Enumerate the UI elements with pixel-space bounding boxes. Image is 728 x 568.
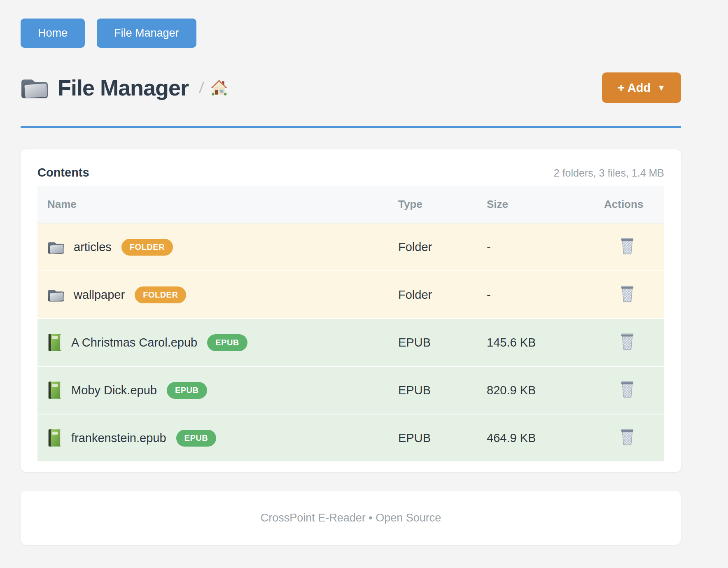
type-badge: FOLDER (135, 286, 186, 303)
type-badge: FOLDER (121, 239, 173, 256)
column-header-actions: Actions (594, 186, 664, 223)
top-nav: Home File Manager (21, 19, 681, 48)
page: Home File Manager File Manager / + Add (21, 0, 681, 545)
contents-table: Name Type Size Actions articles FOLDER F… (37, 186, 664, 461)
type-cell: Folder (388, 223, 477, 271)
file-name[interactable]: Moby Dick.epub (71, 384, 157, 397)
panel-head: Contents 2 folders, 3 files, 1.4 MB (37, 166, 664, 179)
size-cell: - (477, 271, 594, 319)
size-cell: - (477, 223, 594, 271)
caret-down-icon: ▼ (657, 83, 665, 93)
size-cell: 464.9 KB (477, 414, 594, 461)
folder-icon (47, 288, 65, 302)
type-badge: EPUB (207, 334, 247, 351)
type-cell: EPUB (388, 414, 477, 461)
trash-icon (620, 285, 635, 303)
folder-icon (47, 240, 65, 254)
type-cell: EPUB (388, 366, 477, 414)
panel-title: Contents (37, 166, 89, 179)
house-icon (210, 79, 228, 96)
column-header-name: Name (37, 186, 388, 223)
footer: CrossPoint E-Reader • Open Source (21, 491, 681, 545)
panel-summary: 2 folders, 3 files, 1.4 MB (554, 167, 664, 179)
title-group: File Manager / (21, 75, 228, 100)
trash-icon (620, 428, 635, 447)
type-badge: EPUB (176, 430, 217, 447)
actions-cell (594, 223, 664, 271)
delete-button[interactable] (604, 428, 635, 447)
trash-icon (620, 380, 635, 399)
size-cell: 820.9 KB (477, 366, 594, 414)
type-cell: EPUB (388, 319, 477, 366)
add-button[interactable]: + Add ▼ (602, 72, 681, 103)
file-name[interactable]: wallpaper (74, 288, 125, 302)
breadcrumb-separator: / (198, 79, 205, 97)
table-row: Moby Dick.epub EPUB EPUB 820.9 KB (37, 366, 664, 414)
table-row: wallpaper FOLDER Folder - (37, 271, 664, 319)
title-divider (21, 126, 681, 128)
trash-icon (620, 333, 635, 351)
actions-cell (594, 366, 664, 414)
footer-text: CrossPoint E-Reader • Open Source (261, 512, 441, 524)
delete-button[interactable] (604, 333, 635, 351)
folder-icon (21, 76, 49, 99)
page-title: File Manager (58, 75, 189, 100)
type-cell: Folder (388, 271, 477, 319)
file-name[interactable]: frankenstein.epub (71, 431, 166, 445)
contents-card: Contents 2 folders, 3 files, 1.4 MB Name… (21, 149, 681, 472)
page-header: File Manager / + Add ▼ (21, 72, 681, 103)
table-row: A Christmas Carol.epub EPUB EPUB 145.6 K… (37, 319, 664, 366)
column-header-type: Type (388, 186, 477, 223)
book-icon (47, 429, 62, 447)
trash-icon (620, 237, 635, 256)
actions-cell (594, 271, 664, 319)
actions-cell (594, 414, 664, 461)
column-header-size: Size (477, 186, 594, 223)
nav-button-file-manager[interactable]: File Manager (97, 19, 196, 48)
name-cell: wallpaper FOLDER (37, 271, 388, 319)
type-badge: EPUB (167, 382, 207, 399)
actions-cell (594, 319, 664, 366)
table-row: articles FOLDER Folder - (37, 223, 664, 271)
book-icon (47, 381, 62, 399)
name-cell: Moby Dick.epub EPUB (37, 366, 388, 414)
breadcrumb-home-link[interactable] (210, 79, 228, 96)
file-name[interactable]: A Christmas Carol.epub (71, 336, 197, 349)
delete-button[interactable] (604, 237, 635, 256)
table-header-row: Name Type Size Actions (37, 186, 664, 223)
name-cell: articles FOLDER (37, 223, 388, 271)
nav-button-home[interactable]: Home (21, 19, 85, 48)
file-name[interactable]: articles (74, 240, 112, 254)
breadcrumb: / (199, 79, 228, 97)
name-cell: frankenstein.epub EPUB (37, 414, 388, 461)
name-cell: A Christmas Carol.epub EPUB (37, 319, 388, 366)
add-button-label: + Add (618, 81, 651, 95)
table-row: frankenstein.epub EPUB EPUB 464.9 KB (37, 414, 664, 461)
delete-button[interactable] (604, 380, 635, 399)
size-cell: 145.6 KB (477, 319, 594, 366)
delete-button[interactable] (604, 285, 635, 303)
book-icon (47, 333, 62, 352)
